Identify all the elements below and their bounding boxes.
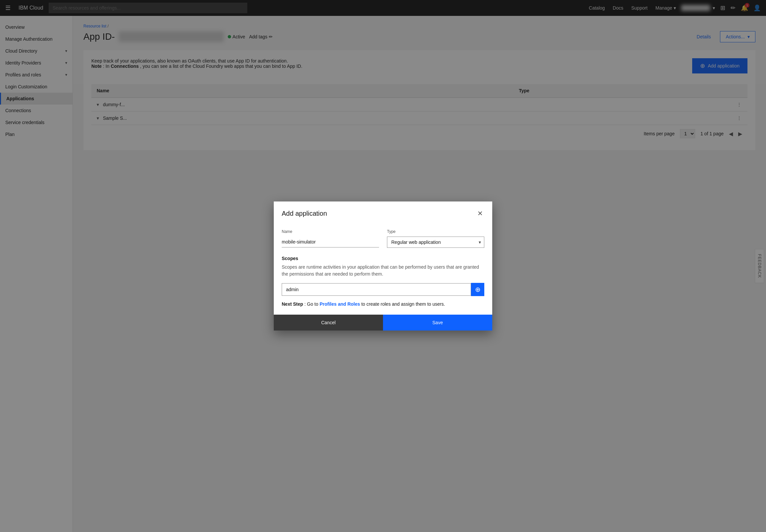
name-input[interactable] [282,237,379,247]
scope-input-row: ⊕ [282,283,484,296]
modal-footer: Cancel Save [274,315,492,331]
name-field: Name [282,229,379,248]
type-select[interactable]: Regular web application Single-page appl… [387,237,484,248]
scope-add-button[interactable]: ⊕ [471,283,484,296]
modal-body: Name Type Regular web application Single… [274,224,492,315]
profiles-roles-link[interactable]: Profiles and Roles [319,301,360,307]
save-button[interactable]: Save [383,315,492,331]
modal-overlay[interactable]: Add application ✕ Name Type Regular web … [0,0,766,532]
modal-form-row-name-type: Name Type Regular web application Single… [282,229,484,248]
type-select-wrapper: Regular web application Single-page appl… [387,237,484,248]
scopes-description: Scopes are runtime activities in your ap… [282,264,484,278]
type-field: Type Regular web application Single-page… [387,229,484,248]
type-label: Type [387,229,484,234]
scopes-title: Scopes [282,256,484,261]
scope-input[interactable] [282,283,471,296]
name-label: Name [282,229,379,234]
next-step-text: Next Step : Go to Profiles and Roles to … [282,301,484,307]
add-application-modal: Add application ✕ Name Type Regular web … [274,201,492,331]
modal-title: Add application [282,210,327,217]
modal-header: Add application ✕ [274,201,492,224]
cancel-button[interactable]: Cancel [274,315,383,331]
circle-plus-icon: ⊕ [475,286,481,293]
modal-close-button[interactable]: ✕ [476,208,484,219]
scopes-section: Scopes Scopes are runtime activities in … [282,256,484,307]
